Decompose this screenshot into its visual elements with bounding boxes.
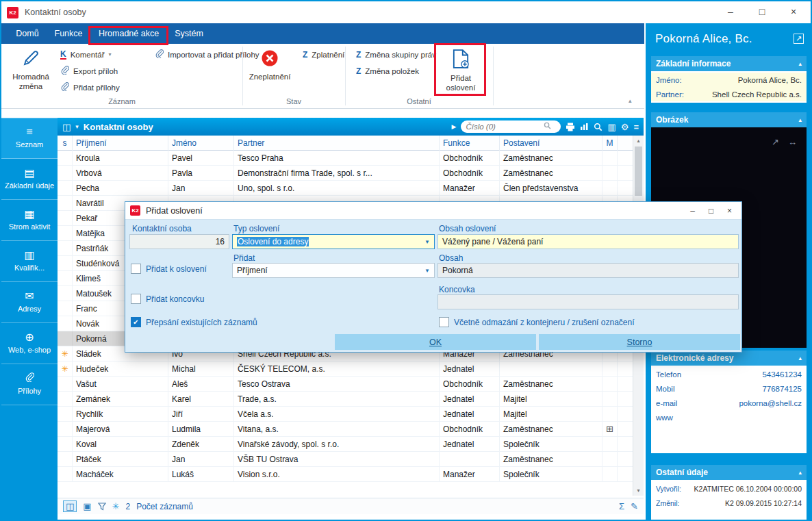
play-icon[interactable]: ▶ (452, 124, 457, 130)
checkbox-pridat-k-osloveni[interactable]: ✔ Přidat k oslovení (131, 264, 207, 274)
change-rights-group-button[interactable]: Z Změna skupiny práv (352, 47, 440, 62)
change-items-button[interactable]: Z Změna položek (352, 63, 440, 79)
obsah-field[interactable]: Pokorná (437, 263, 739, 278)
table-row[interactable]: VašutAlešTesco OstravaObchodníkZaměstnan… (58, 377, 633, 392)
kontaktni-osoba-field[interactable]: 16 (129, 234, 229, 249)
export-attachments-button[interactable]: Export příloh (56, 63, 124, 79)
tab-system[interactable]: Systém (167, 23, 211, 44)
sidebar-item-z-kladn-daje[interactable]: ▤Základní údaje (1, 159, 58, 200)
sidebar-item-seznam[interactable]: ≡Seznam (1, 118, 58, 159)
maximize-button[interactable]: □ (746, 1, 778, 22)
sidebar-item-web-e-shop[interactable]: ⊕Web, e-shop (1, 323, 58, 364)
table-row[interactable]: ZemánekKarelTrade, a.s.JednatelMajitel (58, 392, 633, 407)
columns-icon[interactable]: ▥ (607, 123, 616, 131)
settings-gear-icon[interactable]: ⚙ (621, 123, 629, 131)
bulk-change-button[interactable]: Hromadná změna (7, 46, 55, 95)
chevron-down-icon[interactable]: ▾ (75, 124, 79, 130)
table-row[interactable]: PtáčekJanVŠB TU OstravaZaměstnanec (58, 452, 633, 467)
dialog-maximize-button[interactable]: □ (702, 202, 720, 220)
dropdown-arrow-icon[interactable]: ▼ (424, 239, 430, 245)
cell: Pavla (168, 166, 234, 180)
collapse-ribbon-icon[interactable]: ▴ (629, 97, 632, 104)
add-salutation-button[interactable]: Přidat oslovení (438, 46, 483, 95)
cell: Zaměstnanec (500, 166, 602, 180)
invalidate-button[interactable]: Zneplatnění (245, 46, 294, 95)
m-cell (602, 361, 618, 376)
table-row[interactable]: PechaJanUno, spol. s r.o.ManažerČlen pře… (58, 181, 633, 196)
column-header-Postavení[interactable]: Postavení (500, 136, 602, 151)
m-cell (602, 377, 618, 391)
cell: Vision s.r.o. (234, 467, 440, 481)
column-header-Jméno[interactable]: Jméno (168, 136, 234, 151)
tab-hromadne-akce[interactable]: Hromadné akce (90, 23, 167, 44)
validate-button[interactable]: Z Zplatnění (299, 47, 348, 62)
extra-cell (618, 407, 633, 421)
table-row[interactable]: VrbováPavlaDemonstrační firma Trade, spo… (58, 166, 633, 181)
status-cell: ✳ (58, 346, 73, 361)
cell: ČESKÝ TELECOM, a.s. (234, 361, 440, 376)
minimize-button[interactable]: – (715, 1, 746, 22)
column-header-Funkce[interactable]: Funkce (440, 136, 500, 151)
column-header-Příjmení[interactable]: Příjmení (73, 136, 168, 151)
sidebar-item-kvalifik[interactable]: ▥Kvalifik... (1, 241, 58, 282)
find-icon[interactable] (594, 123, 602, 131)
open-image-icon[interactable]: ↗ (772, 137, 779, 147)
view-panel-icon[interactable]: ◫ (63, 500, 77, 512)
table-row[interactable]: RychlíkJiříVčela a.s.JednatelMajitel (58, 407, 633, 422)
column-header-extra[interactable] (618, 136, 633, 151)
storno-button[interactable]: Storno (539, 334, 740, 350)
table-row[interactable]: KovalZdeněkVinařské závody, spol. s r.o.… (58, 437, 633, 452)
scroll-down-icon[interactable]: ▾ (633, 485, 644, 496)
dialog-close-button[interactable]: × (720, 202, 739, 220)
tab-funkce[interactable]: Funkce (47, 23, 90, 44)
section-header-ostatni-udaje[interactable]: Ostatní údaje ▴ (651, 465, 807, 480)
checkbox-pridat-koncovku[interactable]: ✔ Přidat koncovku (131, 294, 204, 304)
comment-button[interactable]: K Komentář ▾ (56, 47, 124, 62)
edit-pencil-icon[interactable]: ✎ (631, 502, 638, 511)
close-button[interactable]: × (778, 1, 809, 22)
extra-cell (618, 166, 633, 180)
search-box[interactable] (461, 120, 561, 133)
asterisk-icon[interactable]: ✳ (112, 502, 120, 511)
pridat-combo[interactable]: Příjmení ▼ (232, 263, 435, 278)
table-row[interactable]: MajerováLudmilaVitana, a.s.ObchodníkZamě… (58, 422, 633, 437)
table-row[interactable]: KroulaPavelTesco PrahaObchodníkZaměstnan… (58, 151, 633, 166)
scroll-up-icon[interactable]: ▴ (633, 136, 644, 146)
scroll-thumb[interactable] (635, 147, 642, 196)
checkbox-vcetne-odmazani[interactable]: ✔ Včetně odmazání z kontejneru / zrušení… (439, 317, 635, 327)
koncovka-field[interactable] (437, 294, 739, 309)
sum-icon[interactable]: Σ (619, 502, 624, 511)
fit-width-icon[interactable]: ↔ (788, 137, 797, 147)
m-cell (602, 452, 618, 466)
dropdown-arrow-icon[interactable]: ▼ (424, 268, 430, 274)
obsah-osloveni-field[interactable]: Vážený pane / Vážená paní (437, 234, 739, 249)
tab-domu[interactable]: Domů (8, 23, 47, 44)
sidebar-item-p-lohy[interactable]: Přílohy (1, 364, 58, 405)
add-attachments-button[interactable]: Přidat přílohy (56, 79, 124, 95)
search-input[interactable] (466, 123, 541, 131)
cell: Obchodník (440, 422, 500, 436)
section-header-zakladni-informace[interactable]: Základní informace ▴ (651, 56, 807, 71)
column-header-Partner[interactable]: Partner (234, 136, 440, 151)
view-form-icon[interactable]: ▣ (83, 502, 91, 511)
open-external-icon[interactable]: ↗ (794, 34, 804, 44)
menu-icon[interactable]: ≡ (633, 123, 639, 131)
extra-cell (618, 452, 633, 466)
typ-osloveni-combo[interactable]: Oslovení do adresy ▼ (232, 234, 435, 249)
ok-button[interactable]: OK (335, 334, 536, 350)
qualification-icon: ▥ (24, 250, 34, 261)
print-icon[interactable] (566, 123, 575, 131)
chart-icon[interactable] (580, 123, 589, 131)
panes-icon[interactable]: ◫ (62, 123, 71, 131)
sidebar-item-adresy[interactable]: ✉Adresy (1, 282, 58, 323)
table-row[interactable]: MacháčekLukášVision s.r.o.ManažerSpolečn… (58, 467, 633, 482)
table-row[interactable]: ✳HudečekMichalČESKÝ TELECOM, a.s.Jednate… (58, 361, 633, 377)
filter-icon[interactable] (98, 503, 106, 511)
column-header-s[interactable]: s (58, 136, 73, 151)
checkbox-prepsani-zaznamu[interactable]: ✔ Přepsání existujících záznamů (131, 317, 257, 327)
dialog-minimize-button[interactable]: – (683, 202, 702, 220)
section-header-obrazek[interactable]: Obrázek ▴ (651, 112, 807, 127)
sidebar-item-strom-aktivit[interactable]: ▦Strom aktivit (1, 200, 58, 241)
cell: Tesco Ostrava (234, 377, 440, 391)
column-header-M[interactable]: M (602, 136, 618, 151)
